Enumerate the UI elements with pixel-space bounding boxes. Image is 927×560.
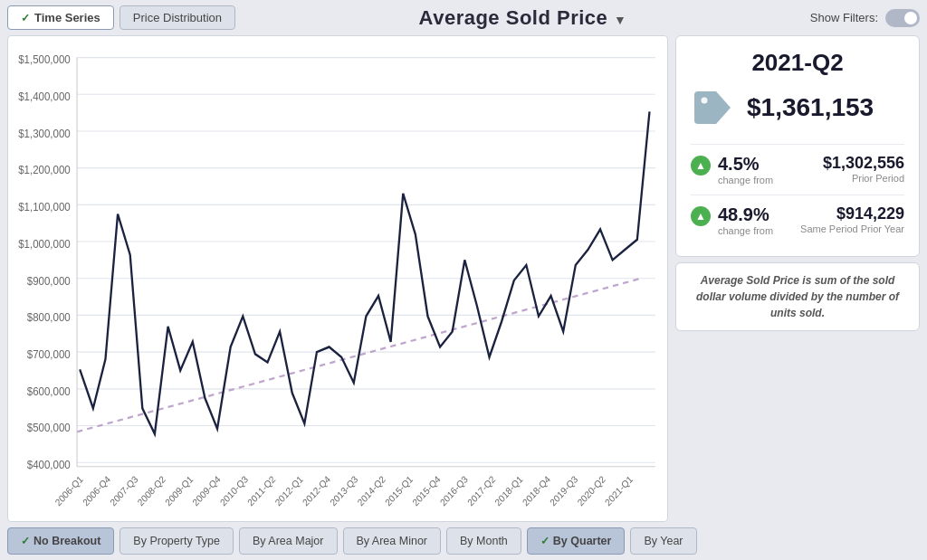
stat-pct-col-2: 48.9% change from [718, 204, 773, 236]
svg-text:2009-Q4: 2009-Q4 [191, 474, 223, 508]
svg-text:$800,000: $800,000 [27, 311, 71, 325]
svg-text:$700,000: $700,000 [27, 348, 71, 362]
svg-text:2010-Q3: 2010-Q3 [218, 474, 250, 508]
svg-text:2017-Q2: 2017-Q2 [465, 474, 497, 508]
breakout-month[interactable]: By Month [446, 527, 521, 555]
stat-row-1: ▲ 4.5% change from $1,302,556 Prior Peri… [691, 154, 904, 185]
svg-text:$400,000: $400,000 [27, 459, 71, 472]
stat-value-col-2: $914,229 Same Period Prior Year [800, 204, 904, 234]
stat-value-2: $914,229 [800, 204, 904, 223]
stat-value-1: $1,302,556 [823, 154, 904, 173]
top-bar: ✓ Time Series Price Distribution Average… [7, 5, 920, 30]
stats-quarter: 2021-Q2 [691, 49, 904, 77]
disclaimer-text: Average Sold Price is sum of the sold do… [696, 274, 899, 319]
stats-panel: 2021-Q2 $1,361,153 ▲ 4.5% change from [675, 35, 920, 522]
svg-text:2018-Q1: 2018-Q1 [493, 474, 525, 508]
svg-text:$1,400,000: $1,400,000 [18, 90, 71, 104]
no-breakout-label: No Breakout [33, 535, 100, 547]
tab-pricedist[interactable]: Price Distribution [119, 5, 235, 30]
up-arrow-icon-1: ▲ [691, 156, 711, 176]
svg-text:2015-Q1: 2015-Q1 [383, 474, 415, 508]
stat-pct-col-1: 4.5% change from [718, 154, 773, 185]
area-minor-label: By Area Minor [357, 535, 428, 547]
stat-label-2: change from [718, 225, 773, 236]
breakout-property-type[interactable]: By Property Type [119, 527, 234, 555]
content-area: $1,500,000 $1,400,000 $1,300,000 $1,200,… [7, 35, 920, 522]
quarter-label: By Quarter [553, 535, 612, 547]
stat-period-2: Same Period Prior Year [800, 223, 904, 234]
main-container: ✓ Time Series Price Distribution Average… [0, 0, 927, 560]
month-label: By Month [460, 535, 508, 547]
divider2 [691, 195, 904, 195]
svg-text:$1,100,000: $1,100,000 [18, 201, 71, 214]
tab-timeseries[interactable]: ✓ Time Series [7, 5, 114, 30]
divider1 [691, 144, 904, 145]
chart-title: Average Sold Price [419, 6, 608, 29]
svg-text:2020-Q2: 2020-Q2 [576, 474, 607, 508]
property-type-label: By Property Type [133, 535, 220, 547]
svg-text:2014-Q2: 2014-Q2 [356, 474, 387, 508]
chart-panel: $1,500,000 $1,400,000 $1,300,000 $1,200,… [7, 35, 668, 522]
stat-pct-2: 48.9% [718, 204, 773, 225]
tab-pricedist-label: Price Distribution [133, 11, 222, 24]
svg-text:2018-Q4: 2018-Q4 [521, 474, 552, 508]
svg-text:2019-Q3: 2019-Q3 [548, 474, 579, 508]
show-filters-toggle[interactable] [885, 9, 920, 27]
stat-value-col-1: $1,302,556 Prior Period [823, 154, 904, 184]
svg-text:2021-Q1: 2021-Q1 [603, 474, 635, 508]
svg-text:2012-Q4: 2012-Q4 [301, 474, 332, 508]
check-icon-nobreakout: ✓ [21, 535, 30, 547]
svg-text:$1,500,000: $1,500,000 [18, 53, 71, 67]
price-tag-row: $1,361,153 [691, 84, 904, 131]
dropdown-icon[interactable]: ▼ [614, 13, 626, 27]
disclaimer: Average Sold Price is sum of the sold do… [675, 262, 920, 331]
svg-text:$1,300,000: $1,300,000 [18, 127, 71, 140]
up-arrow-icon-2: ▲ [691, 206, 711, 226]
bottom-bar: ✓ No Breakout By Property Type By Area M… [7, 527, 920, 555]
breakout-area-minor[interactable]: By Area Minor [343, 527, 442, 555]
svg-text:2007-Q3: 2007-Q3 [109, 474, 140, 508]
svg-text:2016-Q3: 2016-Q3 [438, 474, 470, 508]
svg-text:$1,200,000: $1,200,000 [18, 164, 71, 177]
svg-text:2006-Q4: 2006-Q4 [81, 474, 112, 508]
stat-label-1: change from [718, 175, 773, 185]
stat-period-1: Prior Period [823, 173, 904, 184]
breakout-quarter[interactable]: ✓ By Quarter [527, 527, 626, 555]
year-label: By Year [644, 535, 683, 547]
show-filters-label: Show Filters: [810, 11, 878, 24]
chart-wrapper: $1,500,000 $1,400,000 $1,300,000 $1,200,… [15, 45, 660, 516]
price-tag-icon [691, 84, 738, 131]
svg-text:2011-Q2: 2011-Q2 [245, 474, 277, 508]
chart-title-area: Average Sold Price ▼ [241, 6, 805, 30]
svg-text:$1,000,000: $1,000,000 [18, 237, 71, 251]
breakout-year[interactable]: By Year [630, 527, 696, 555]
svg-point-48 [702, 98, 708, 104]
stat-pct-1: 4.5% [718, 154, 773, 175]
stat-row-2: ▲ 48.9% change from $914,229 Same Period… [691, 204, 904, 236]
tab-timeseries-label: Time Series [34, 11, 100, 24]
main-price: $1,361,153 [747, 93, 874, 122]
check-icon-quarter: ✓ [540, 535, 550, 547]
line-chart: $1,500,000 $1,400,000 $1,300,000 $1,200,… [15, 45, 660, 516]
svg-text:$500,000: $500,000 [27, 422, 71, 435]
stats-card: 2021-Q2 $1,361,153 ▲ 4.5% change from [675, 35, 920, 257]
show-filters-area: Show Filters: [810, 9, 920, 27]
check-icon: ✓ [21, 12, 30, 24]
breakout-no-breakout[interactable]: ✓ No Breakout [7, 527, 114, 555]
area-major-label: By Area Major [253, 535, 324, 547]
svg-text:2015-Q4: 2015-Q4 [411, 474, 443, 508]
svg-text:2008-Q2: 2008-Q2 [136, 474, 167, 508]
svg-text:$900,000: $900,000 [27, 274, 71, 288]
svg-text:$600,000: $600,000 [27, 384, 71, 398]
breakout-area-major[interactable]: By Area Major [239, 527, 338, 555]
svg-text:2013-Q3: 2013-Q3 [329, 474, 360, 508]
svg-text:2009-Q1: 2009-Q1 [163, 474, 195, 508]
svg-text:2012-Q1: 2012-Q1 [273, 474, 305, 508]
svg-text:2006-Q1: 2006-Q1 [53, 474, 85, 508]
